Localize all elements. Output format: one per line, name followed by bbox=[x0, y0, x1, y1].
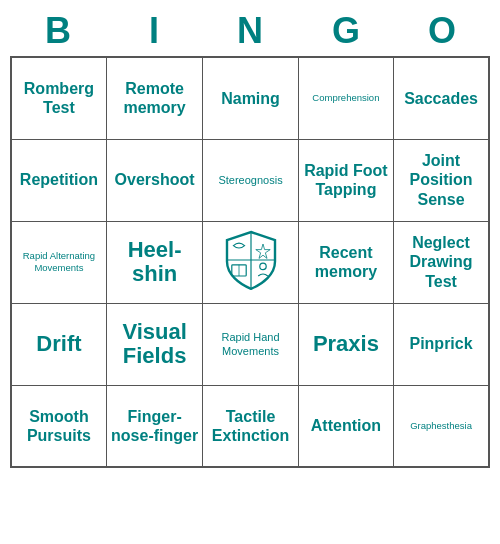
svg-point-4 bbox=[259, 263, 265, 269]
bingo-title: B I N G O bbox=[10, 10, 490, 52]
cell-r3-c1: Visual Fields bbox=[106, 303, 202, 385]
cell-r1-c0: Repetition bbox=[11, 139, 106, 221]
cell-r3-c4: Pinprick bbox=[394, 303, 489, 385]
bingo-grid: Romberg TestRemote memoryNamingComprehen… bbox=[10, 56, 490, 468]
cell-r4-c0: Smooth Pursuits bbox=[11, 385, 106, 467]
cell-r2-c3: Recent memory bbox=[298, 221, 393, 303]
cell-r3-c3: Praxis bbox=[298, 303, 393, 385]
cell-r4-c3: Attention bbox=[298, 385, 393, 467]
cell-r4-c2: Tactile Extinction bbox=[203, 385, 298, 467]
letter-i: I bbox=[110, 10, 198, 52]
letter-n: N bbox=[206, 10, 294, 52]
cell-r0-c2: Naming bbox=[203, 57, 298, 139]
cell-r4-c1: Finger-nose-finger bbox=[106, 385, 202, 467]
cell-r3-c0: Drift bbox=[11, 303, 106, 385]
cell-r1-c1: Overshoot bbox=[106, 139, 202, 221]
cell-r2-c1: Heel-shin bbox=[106, 221, 202, 303]
cell-r2-c4: Neglect Drawing Test bbox=[394, 221, 489, 303]
cell-r0-c3: Comprehension bbox=[298, 57, 393, 139]
cell-r4-c4: Graphesthesia bbox=[394, 385, 489, 467]
cell-r1-c3: Rapid Foot Tapping bbox=[298, 139, 393, 221]
cell-r0-c4: Saccades bbox=[394, 57, 489, 139]
cell-r2-c2 bbox=[203, 221, 298, 303]
cell-r0-c0: Romberg Test bbox=[11, 57, 106, 139]
cell-r3-c2: Rapid Hand Movements bbox=[203, 303, 298, 385]
cell-r1-c4: Joint Position Sense bbox=[394, 139, 489, 221]
cell-r2-c0: Rapid Alternating Movements bbox=[11, 221, 106, 303]
cell-r0-c1: Remote memory bbox=[106, 57, 202, 139]
svg-marker-5 bbox=[255, 244, 269, 258]
letter-g: G bbox=[302, 10, 390, 52]
letter-b: B bbox=[14, 10, 102, 52]
letter-o: O bbox=[398, 10, 486, 52]
cell-r1-c2: Stereognosis bbox=[203, 139, 298, 221]
